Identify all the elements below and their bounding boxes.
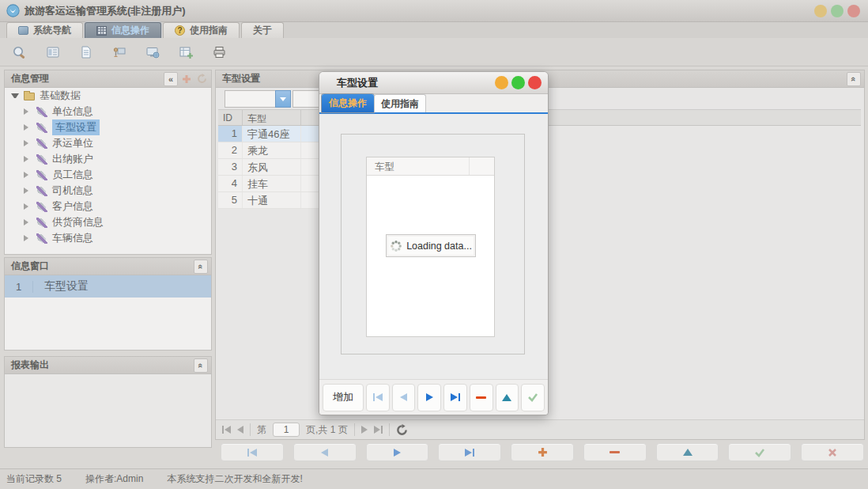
- dialog-close-button[interactable]: [528, 76, 542, 89]
- add-record-button[interactable]: [511, 443, 574, 461]
- tab-about[interactable]: 关于: [241, 22, 284, 38]
- edit-record-button[interactable]: [656, 443, 719, 461]
- statusbar: 当前记录数 5 操作者:Admin 本系统支持二次开发和全新开发!: [0, 468, 868, 489]
- cell-model: 十通: [243, 192, 301, 208]
- tree-node-vehicle-type[interactable]: 车型设置: [5, 119, 211, 135]
- dialog-header[interactable]: 车型设置: [319, 72, 548, 94]
- first-record-button[interactable]: [221, 443, 284, 461]
- dialog-edit-button[interactable]: [496, 384, 519, 411]
- record-count-label: 当前记录数 5: [6, 472, 62, 486]
- tree-node-employee-info[interactable]: 员工信息: [5, 167, 211, 183]
- delete-record-button[interactable]: [583, 443, 647, 461]
- prev-record-button[interactable]: [293, 443, 357, 461]
- collapse-up-icon[interactable]: «: [194, 358, 208, 373]
- expander-right-icon[interactable]: [24, 124, 32, 131]
- tree-node-driver-info[interactable]: 司机信息: [5, 183, 211, 199]
- dialog-column-model[interactable]: 车型: [367, 157, 470, 175]
- tree-node-label: 车辆信息: [52, 231, 93, 245]
- filter-combo-1[interactable]: [225, 90, 291, 108]
- dialog-minimize-button[interactable]: [495, 76, 508, 89]
- separator: [389, 423, 390, 436]
- maximize-button[interactable]: [831, 5, 843, 17]
- search-icon[interactable]: [9, 42, 30, 63]
- page-prev-icon[interactable]: [237, 426, 243, 434]
- dialog-first-button[interactable]: [366, 384, 390, 411]
- tab-info-operations[interactable]: 信息操作: [85, 22, 161, 38]
- cancel-record-button[interactable]: [801, 443, 864, 461]
- tree-node-cashier-account[interactable]: 出纳账户: [5, 151, 211, 167]
- loading-text: Loading data...: [406, 241, 472, 252]
- up-triangle-icon: [502, 394, 511, 401]
- expander-right-icon[interactable]: [24, 172, 32, 178]
- refresh-icon[interactable]: [195, 73, 208, 85]
- page-next-icon[interactable]: [361, 426, 368, 434]
- check-icon: [754, 448, 765, 457]
- form-icon[interactable]: [43, 42, 63, 63]
- dialog-last-button[interactable]: [443, 384, 467, 411]
- save-record-button[interactable]: [728, 443, 791, 461]
- cell-id: 4: [218, 176, 243, 191]
- expander-right-icon[interactable]: [24, 156, 32, 162]
- refresh-icon[interactable]: [396, 424, 408, 436]
- tree-node-supplier-info[interactable]: 供货商信息: [5, 214, 211, 230]
- last-record-button[interactable]: [438, 443, 501, 461]
- add-icon[interactable]: [180, 73, 193, 85]
- tree-node-customer-info[interactable]: 客户信息: [5, 199, 211, 214]
- tree-node-carrier-unit[interactable]: 承运单位: [5, 135, 211, 151]
- dialog-tab-user-guide[interactable]: 使用指南: [374, 94, 426, 112]
- window-list-item[interactable]: 1 车型设置: [5, 275, 211, 298]
- cell-model: 东风: [243, 159, 301, 175]
- document-icon[interactable]: [76, 42, 96, 63]
- expander-right-icon[interactable]: [24, 108, 32, 115]
- row-label: 车型设置: [33, 279, 89, 294]
- dialog-add-button[interactable]: 增加: [323, 384, 364, 411]
- page-last-icon[interactable]: [374, 426, 383, 434]
- tools-icon: [36, 186, 47, 196]
- tools-icon: [36, 123, 47, 133]
- tree-node-unit-info[interactable]: 单位信息: [5, 104, 211, 119]
- vehicle-type-dialog: 车型设置 信息操作 使用指南 车型 Load: [319, 71, 549, 415]
- column-id[interactable]: ID: [218, 110, 243, 125]
- page-first-icon[interactable]: [222, 426, 231, 434]
- minimize-button[interactable]: [814, 5, 827, 17]
- report-output-body: [5, 374, 211, 447]
- panel-title: 车型设置: [222, 72, 260, 85]
- user-board-icon[interactable]: [109, 42, 130, 63]
- info-window-body: 1 车型设置: [5, 275, 211, 350]
- printer-icon[interactable]: [209, 42, 229, 63]
- expander-right-icon[interactable]: [24, 140, 32, 146]
- dialog-delete-button[interactable]: [470, 384, 493, 411]
- combo-field[interactable]: [225, 90, 275, 108]
- collapse-left-icon[interactable]: «: [164, 72, 178, 86]
- close-button[interactable]: [847, 5, 860, 17]
- cell-id: 5: [218, 192, 243, 208]
- tab-label: 使用指南: [190, 24, 228, 37]
- minus-icon: [609, 451, 620, 453]
- chevron-down-icon[interactable]: [275, 90, 291, 108]
- expander-right-icon[interactable]: [24, 219, 32, 226]
- dialog-maximize-button[interactable]: [511, 76, 525, 89]
- info-management-header: 信息管理 «: [5, 70, 211, 88]
- column-model[interactable]: 车型: [243, 110, 301, 125]
- expander-right-icon[interactable]: [24, 188, 32, 194]
- dialog-prev-button[interactable]: [392, 384, 416, 411]
- next-record-button[interactable]: [366, 443, 429, 461]
- dialog-window-controls: [495, 76, 542, 89]
- row-number: 1: [5, 281, 33, 293]
- dialog-tab-info-operations[interactable]: 信息操作: [322, 94, 374, 112]
- dialog-next-button[interactable]: [417, 384, 441, 411]
- expander-down-icon[interactable]: [11, 93, 19, 98]
- tab-user-guide[interactable]: 使用指南: [163, 22, 240, 38]
- tab-system-navigation[interactable]: 系统导航: [6, 22, 83, 38]
- expander-right-icon[interactable]: [24, 235, 32, 241]
- page-number-input[interactable]: [273, 423, 300, 437]
- tree-node-root[interactable]: 基础数据: [5, 88, 211, 104]
- monitor-globe-icon[interactable]: [142, 42, 163, 63]
- collapse-up-icon[interactable]: «: [847, 72, 861, 86]
- dialog-confirm-button[interactable]: [521, 384, 545, 411]
- collapse-up-icon[interactable]: «: [194, 260, 208, 274]
- table-add-icon[interactable]: [175, 42, 196, 63]
- panel-title: 报表输出: [11, 358, 49, 372]
- tree-node-vehicle-info[interactable]: 车辆信息: [5, 230, 211, 246]
- expander-right-icon[interactable]: [24, 203, 32, 210]
